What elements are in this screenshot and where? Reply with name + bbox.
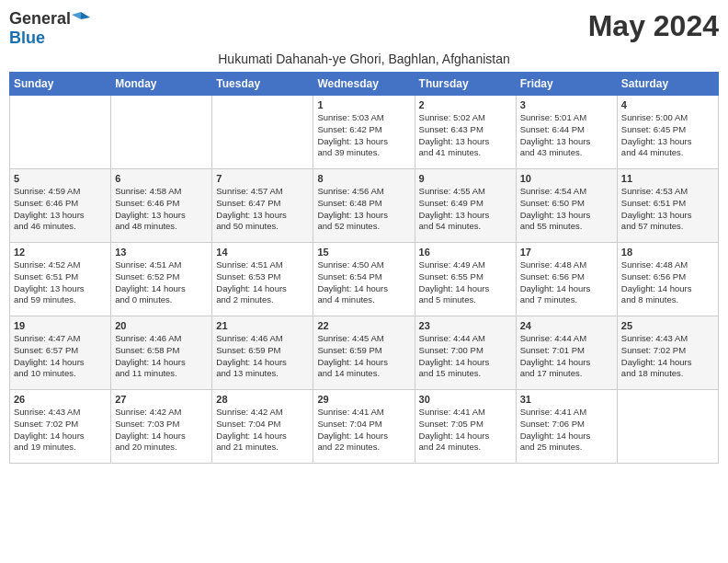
day-number: 7 [216,173,309,184]
day-header: Tuesday [212,73,313,96]
day-header: Friday [516,73,617,96]
cell-content: Sunrise: 5:01 AM Sunset: 6:44 PM Dayligh… [520,112,613,159]
svg-marker-1 [72,12,81,19]
cell-content: Sunrise: 4:49 AM Sunset: 6:55 PM Dayligh… [419,259,512,306]
calendar-cell: 19Sunrise: 4:47 AM Sunset: 6:57 PM Dayli… [10,316,111,390]
day-number: 3 [520,99,613,110]
calendar-cell: 8Sunrise: 4:56 AM Sunset: 6:48 PM Daylig… [313,169,415,243]
cell-content: Sunrise: 4:55 AM Sunset: 6:49 PM Dayligh… [419,186,512,233]
calendar-cell: 31Sunrise: 4:41 AM Sunset: 7:06 PM Dayli… [516,390,617,464]
day-number: 6 [115,173,208,184]
calendar-cell: 25Sunrise: 4:43 AM Sunset: 7:02 PM Dayli… [617,316,718,390]
cell-content: Sunrise: 4:44 AM Sunset: 7:01 PM Dayligh… [520,333,613,380]
cell-content: Sunrise: 4:48 AM Sunset: 6:56 PM Dayligh… [621,259,714,306]
calendar-cell: 5Sunrise: 4:59 AM Sunset: 6:46 PM Daylig… [10,169,111,243]
day-number: 4 [621,99,714,110]
calendar-cell [111,96,212,169]
day-number: 27 [115,394,208,405]
day-number: 17 [520,247,613,258]
cell-content: Sunrise: 4:44 AM Sunset: 7:00 PM Dayligh… [419,333,512,380]
calendar-cell: 14Sunrise: 4:51 AM Sunset: 6:53 PM Dayli… [212,243,313,316]
day-header: Saturday [617,73,718,96]
calendar-cell: 15Sunrise: 4:50 AM Sunset: 6:54 PM Dayli… [313,243,415,316]
day-number: 5 [14,173,107,184]
day-number: 13 [115,247,208,258]
calendar-cell [212,96,313,169]
cell-content: Sunrise: 4:43 AM Sunset: 7:02 PM Dayligh… [14,407,107,454]
day-header: Sunday [10,73,111,96]
day-number: 14 [216,247,309,258]
cell-content: Sunrise: 5:03 AM Sunset: 6:42 PM Dayligh… [317,112,410,159]
cell-content: Sunrise: 4:56 AM Sunset: 6:48 PM Dayligh… [317,186,410,233]
cell-content: Sunrise: 4:42 AM Sunset: 7:04 PM Dayligh… [216,407,309,454]
calendar-table: SundayMondayTuesdayWednesdayThursdayFrid… [9,72,719,464]
cell-content: Sunrise: 4:43 AM Sunset: 7:02 PM Dayligh… [621,333,714,380]
day-number: 8 [317,173,410,184]
day-header: Thursday [415,73,516,96]
calendar-cell: 12Sunrise: 4:52 AM Sunset: 6:51 PM Dayli… [10,243,111,316]
cell-content: Sunrise: 5:00 AM Sunset: 6:45 PM Dayligh… [621,112,714,159]
day-number: 18 [621,247,714,258]
day-number: 24 [520,320,613,331]
calendar-cell: 24Sunrise: 4:44 AM Sunset: 7:01 PM Dayli… [516,316,617,390]
cell-content: Sunrise: 4:45 AM Sunset: 6:59 PM Dayligh… [317,333,410,380]
svg-marker-0 [81,12,90,19]
cell-content: Sunrise: 4:48 AM Sunset: 6:56 PM Dayligh… [520,259,613,306]
day-number: 9 [419,173,512,184]
cell-content: Sunrise: 4:51 AM Sunset: 6:53 PM Dayligh… [216,259,309,306]
calendar-cell: 18Sunrise: 4:48 AM Sunset: 6:56 PM Dayli… [617,243,718,316]
day-number: 23 [419,320,512,331]
cell-content: Sunrise: 4:59 AM Sunset: 6:46 PM Dayligh… [14,186,107,233]
cell-content: Sunrise: 4:41 AM Sunset: 7:04 PM Dayligh… [317,407,410,454]
calendar-cell: 21Sunrise: 4:46 AM Sunset: 6:59 PM Dayli… [212,316,313,390]
month-title: May 2024 [588,9,719,43]
calendar-cell: 7Sunrise: 4:57 AM Sunset: 6:47 PM Daylig… [212,169,313,243]
cell-content: Sunrise: 4:47 AM Sunset: 6:57 PM Dayligh… [14,333,107,380]
day-number: 31 [520,394,613,405]
cell-content: Sunrise: 4:57 AM Sunset: 6:47 PM Dayligh… [216,186,309,233]
day-number: 21 [216,320,309,331]
calendar-cell: 17Sunrise: 4:48 AM Sunset: 6:56 PM Dayli… [516,243,617,316]
cell-content: Sunrise: 4:46 AM Sunset: 6:58 PM Dayligh… [115,333,208,380]
calendar-cell: 30Sunrise: 4:41 AM Sunset: 7:05 PM Dayli… [415,390,516,464]
cell-content: Sunrise: 4:41 AM Sunset: 7:05 PM Dayligh… [419,407,512,454]
calendar-cell: 22Sunrise: 4:45 AM Sunset: 6:59 PM Dayli… [313,316,415,390]
cell-content: Sunrise: 4:51 AM Sunset: 6:52 PM Dayligh… [115,259,208,306]
calendar-cell: 20Sunrise: 4:46 AM Sunset: 6:58 PM Dayli… [111,316,212,390]
calendar-cell: 1Sunrise: 5:03 AM Sunset: 6:42 PM Daylig… [313,96,415,169]
day-header: Monday [111,73,212,96]
day-number: 19 [14,320,107,331]
logo-blue: Blue [9,29,45,48]
calendar-cell: 28Sunrise: 4:42 AM Sunset: 7:04 PM Dayli… [212,390,313,464]
logo: General Blue [9,9,90,48]
calendar-cell: 6Sunrise: 4:58 AM Sunset: 6:46 PM Daylig… [111,169,212,243]
cell-content: Sunrise: 4:41 AM Sunset: 7:06 PM Dayligh… [520,407,613,454]
cell-content: Sunrise: 4:46 AM Sunset: 6:59 PM Dayligh… [216,333,309,380]
calendar-cell: 11Sunrise: 4:53 AM Sunset: 6:51 PM Dayli… [617,169,718,243]
day-number: 16 [419,247,512,258]
calendar-cell: 13Sunrise: 4:51 AM Sunset: 6:52 PM Dayli… [111,243,212,316]
day-number: 11 [621,173,714,184]
day-number: 22 [317,320,410,331]
day-number: 12 [14,247,107,258]
day-number: 20 [115,320,208,331]
day-number: 25 [621,320,714,331]
day-number: 26 [14,394,107,405]
header: General Blue May 2024 [9,9,719,48]
calendar-cell: 23Sunrise: 4:44 AM Sunset: 7:00 PM Dayli… [415,316,516,390]
calendar-cell: 29Sunrise: 4:41 AM Sunset: 7:04 PM Dayli… [313,390,415,464]
cell-content: Sunrise: 4:58 AM Sunset: 6:46 PM Dayligh… [115,186,208,233]
cell-content: Sunrise: 4:50 AM Sunset: 6:54 PM Dayligh… [317,259,410,306]
day-number: 1 [317,99,410,110]
calendar-cell: 9Sunrise: 4:55 AM Sunset: 6:49 PM Daylig… [415,169,516,243]
calendar-cell [617,390,718,464]
day-header: Wednesday [313,73,415,96]
day-number: 29 [317,394,410,405]
subtitle: Hukumati Dahanah-ye Ghori, Baghlan, Afgh… [9,52,719,66]
cell-content: Sunrise: 5:02 AM Sunset: 6:43 PM Dayligh… [419,112,512,159]
calendar-cell: 26Sunrise: 4:43 AM Sunset: 7:02 PM Dayli… [10,390,111,464]
calendar-cell: 10Sunrise: 4:54 AM Sunset: 6:50 PM Dayli… [516,169,617,243]
day-number: 30 [419,394,512,405]
cell-content: Sunrise: 4:42 AM Sunset: 7:03 PM Dayligh… [115,407,208,454]
calendar-cell: 16Sunrise: 4:49 AM Sunset: 6:55 PM Dayli… [415,243,516,316]
